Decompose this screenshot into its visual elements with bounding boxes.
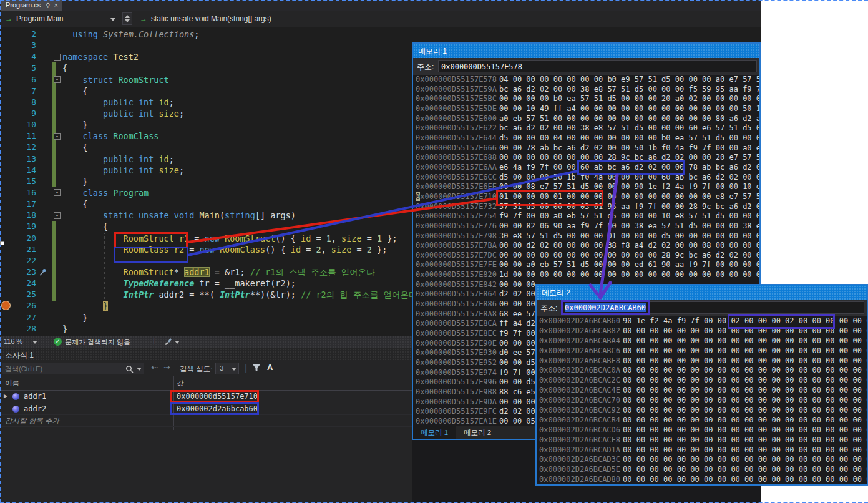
scope-arrow-icon: →	[5, 14, 12, 23]
memory-row-address: 0x000000D55157E600	[416, 114, 497, 123]
search-depth-value: 3	[220, 364, 223, 372]
memory2-titlebar[interactable]: 메모리 2	[537, 285, 867, 300]
address-input[interactable]	[438, 60, 757, 72]
watch-row[interactable]: addr20x000002d2a6bcab60	[0, 403, 412, 416]
search-icon[interactable]	[125, 364, 134, 376]
code-text: }	[62, 323, 67, 335]
memory-row: 0x000000D55157E57804 00 00 00 00 00 00 0…	[413, 75, 759, 85]
memory-row-bytes: bc a6 d2 02 00 00 38 e8 57 51 d5 00 00 0…	[499, 124, 759, 132]
memory-row-bytes: d5 00 00 00 50 1b f0 4a 00 00 00 00 60 a…	[499, 173, 759, 182]
scope-dropdown[interactable]: Program.Main	[16, 14, 63, 23]
memory-row: 0x000002D2A6BCAC7000 00 00 00 00 00 00 0…	[537, 396, 867, 406]
screenshot-canvas: Program.cs⚲× → Program.Main → static uns…	[0, 0, 868, 503]
code-text: RoomClass r2 = new RoomClass() { id = 2,…	[62, 244, 387, 255]
memory-row-address: 0x000000D55157E688	[416, 153, 497, 162]
memory-row-bytes: f9 7f 00	[499, 368, 535, 377]
spin-down-icon[interactable]	[125, 19, 130, 22]
search-depth-combo[interactable]: 3	[215, 363, 239, 374]
forward-arrow-icon[interactable]: ⇢	[163, 363, 170, 372]
memory-row: 0x000000D55157E6CCd5 00 00 00 50 1b f0 4…	[413, 173, 759, 183]
tab-memory-2[interactable]: 메모리 2	[456, 426, 499, 439]
watch-name: addr1	[24, 392, 46, 401]
memory-row-bytes: d2 02 00	[499, 290, 535, 298]
memory1-titlebar[interactable]: 메모리 1	[413, 44, 759, 58]
memory2-address-bar: 주소: 0x000002D2A6BCAB60	[537, 300, 867, 316]
zoom-chevron-icon[interactable]	[32, 341, 37, 344]
memory-row-bytes: 00 00 00 00 00 00 00 00 00 00 00 00 00 0…	[623, 346, 867, 355]
depth-chevron-icon[interactable]	[232, 368, 237, 371]
variable-icon	[12, 393, 19, 400]
memory-row: 0x000002D2A6BCAB6090 1e f2 4a f9 7f 00 0…	[537, 316, 867, 326]
watch-toolbar: ⇠ ⇢ 검색 심도: 3 | A	[0, 361, 412, 376]
tab-program-cs[interactable]: Program.cs⚲×	[1, 0, 62, 11]
memory-row: 0x000002D2A6BCABA400 00 00 00 00 00 00 0…	[537, 336, 867, 346]
fold-toggle-icon[interactable]: -	[54, 54, 61, 61]
memory-row-address: 0x000000D55157E886	[416, 300, 497, 308]
search-chevron-icon[interactable]	[137, 368, 142, 371]
line-number: 22	[0, 255, 36, 266]
fold-toggle-icon[interactable]: -	[54, 76, 61, 83]
memory-row-address: 0x000000D55157E7FE	[416, 260, 497, 269]
search-input[interactable]	[5, 364, 124, 373]
fold-toggle-icon[interactable]: -	[54, 133, 61, 140]
member-dropdown[interactable]: static unsafe void Main(string[] args)	[151, 14, 271, 23]
memory2-hex-view[interactable]: 0x000002D2A6BCAB6090 1e f2 4a f9 7f 00 0…	[537, 316, 867, 484]
code-text: RoomStruct r1 = new RoomStruct() { id = …	[62, 233, 397, 244]
expander-icon[interactable]: ▶	[4, 393, 7, 399]
memory-row: 0x000000D55157E77600 00 82 06 90 aa f9 7…	[413, 222, 759, 232]
code-line[interactable]: 2 using System.Collections;	[0, 29, 761, 40]
close-icon[interactable]: ×	[54, 1, 58, 10]
line-number: 13	[0, 154, 36, 165]
memory-row-address: 0x000002D2A6BCACF8	[539, 436, 620, 444]
code-cleanup-icon[interactable]	[163, 337, 172, 347]
memory-row: 0x000000D55157E600a0 eb 57 51 00 00 00 0…	[413, 114, 759, 124]
line-number: 14	[0, 165, 36, 176]
health-check-icon[interactable]: ✓	[54, 338, 62, 346]
memory-row-bytes: 00 00 a0 eb 57 51 d5 00 00 00 ed 61 90 a…	[499, 260, 759, 269]
memory-row-address: 0x000000D55157E842	[416, 280, 497, 289]
column-header-name[interactable]: 이름	[5, 379, 19, 388]
match-case-icon[interactable]: A	[267, 363, 273, 372]
memory-row-address: 0x000000D55157E6CC	[416, 173, 497, 182]
memory-row-bytes: 00 00 00 00 00 00 00 00 00 00 00 00 00 0…	[623, 465, 867, 474]
address-input[interactable]: 0x000002D2A6BCAB60	[562, 301, 864, 314]
memory-row-bytes: 88 c6 e5	[499, 388, 535, 396]
memory-row: 0x000002D2A6BCAC2C00 00 00 00 00 00 00 0…	[537, 376, 867, 386]
line-number: 8	[0, 97, 36, 108]
watch-title[interactable]: 조사식 1	[0, 348, 412, 361]
code-text: }	[62, 119, 88, 130]
tab-memory-1[interactable]: 메모리 1	[413, 426, 456, 439]
memory-row-address: 0x000002D2A6BCAB60	[539, 316, 620, 325]
pin-tab-icon[interactable]: ⚲	[46, 1, 50, 10]
column-header-value[interactable]: 값	[177, 379, 184, 388]
filter-icon[interactable]	[252, 364, 261, 375]
line-number: 25	[0, 289, 36, 300]
memory-row-address: 0x000000D55157E622	[416, 124, 497, 132]
code-text: public int id;	[62, 97, 174, 108]
fold-toggle-icon[interactable]: -	[54, 212, 61, 219]
spin-up-icon[interactable]	[125, 15, 130, 18]
cleanup-chevron-icon[interactable]	[175, 341, 180, 344]
address-label: 주소:	[417, 62, 434, 72]
chevron-down-icon[interactable]	[110, 18, 115, 21]
line-number: 9	[0, 108, 36, 119]
back-arrow-icon[interactable]: ⇠	[151, 363, 158, 372]
memory-row: 0x000000D55157E6AAe6 4a f9 7f 00 00 60 a…	[413, 163, 759, 173]
memory-row-address: 0x000000D55157E776	[416, 222, 497, 230]
add-watch-row[interactable]: 감시할 항목 추가	[0, 415, 412, 427]
fold-toggle-icon[interactable]: -	[54, 189, 61, 196]
memory-row-bytes: 00 00 08 e7 57 51 d5 00 00 00 90 1e f2 4…	[499, 182, 759, 191]
memory-row-bytes: 04 00 00 00 00 00 00 00 b0 e9 57 51 d5 0…	[499, 75, 759, 84]
memory-row-bytes: 00 00 00 00 00 00 00 00 00 00 00 00 00 0…	[623, 406, 867, 414]
watch-column-headers: 이름 값	[0, 376, 412, 391]
memory-row-bytes: e6 4a f9 7f 00 00 60 ab bc a6 d2 02 00 0…	[499, 163, 759, 172]
memory-window-2: 메모리 2 주소: 0x000002D2A6BCAB60 0x000002D2A…	[535, 284, 868, 486]
watch-row[interactable]: ▶addr10x000000d55157e710	[0, 391, 412, 403]
line-spinner[interactable]	[122, 12, 132, 25]
code-text: static unsafe void Main(string[] args)	[62, 210, 296, 221]
search-box[interactable]	[2, 363, 144, 374]
memory-row-bytes: 00 00 00 00 00 00 00 00 00 00 00 00 00 0…	[623, 416, 867, 424]
memory-row-bytes: 00 00 78 ab bc a6 d2 02 00 00 50 1b f0 4…	[499, 144, 759, 152]
memory-row-bytes: 68 ee 57	[499, 310, 535, 318]
zoom-level[interactable]: 116 %	[4, 338, 22, 345]
